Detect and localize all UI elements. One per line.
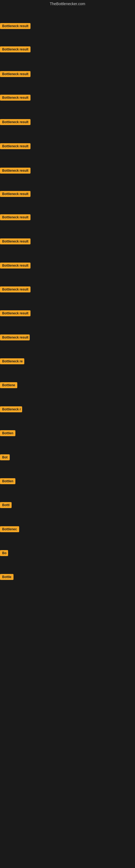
bottleneck-item-22: Bottlenec [0, 526, 19, 533]
bottleneck-badge-16[interactable]: Bottlene [0, 382, 17, 388]
bottleneck-item-1: Bottleneck result [0, 23, 31, 30]
bottleneck-badge-7[interactable]: Bottleneck result [0, 167, 31, 174]
bottleneck-badge-15[interactable]: Bottleneck re [0, 358, 24, 364]
bottleneck-item-11: Bottleneck result [0, 262, 31, 270]
bottleneck-item-20: Bottlen [0, 478, 15, 485]
bottleneck-item-24: Bottle [0, 574, 13, 581]
bottleneck-item-17: Bottleneck r [0, 406, 22, 413]
bottleneck-item-14: Bottleneck result [0, 335, 30, 341]
bottleneck-badge-5[interactable]: Bottleneck result [0, 119, 31, 125]
bottleneck-item-13: Bottleneck result [0, 310, 31, 317]
bottleneck-item-19: Bot [0, 454, 10, 461]
bottleneck-badge-3[interactable]: Bottleneck result [0, 71, 31, 77]
bottleneck-badge-17[interactable]: Bottleneck r [0, 406, 22, 412]
bottleneck-item-9: Bottleneck result [0, 214, 31, 221]
bottleneck-badge-24[interactable]: Bottle [0, 574, 13, 580]
bottleneck-badge-2[interactable]: Bottleneck result [0, 46, 31, 52]
bottleneck-badge-18[interactable]: Bottlen [0, 430, 15, 436]
bottleneck-badge-1[interactable]: Bottleneck result [0, 23, 31, 29]
bottleneck-item-7: Bottleneck result [0, 167, 31, 175]
bottleneck-item-18: Bottlen [0, 430, 15, 437]
bottleneck-item-5: Bottleneck result [0, 119, 31, 126]
bottleneck-item-3: Bottleneck result [0, 71, 31, 78]
bottleneck-badge-19[interactable]: Bot [0, 454, 10, 460]
bottleneck-item-23: Bo [0, 550, 8, 557]
bottleneck-badge-9[interactable]: Bottleneck result [0, 214, 31, 220]
bottleneck-badge-21[interactable]: Bottl [0, 502, 12, 508]
bottleneck-badge-20[interactable]: Bottlen [0, 478, 15, 484]
bottleneck-item-4: Bottleneck result [0, 95, 31, 102]
bottleneck-badge-13[interactable]: Bottleneck result [0, 310, 31, 316]
bottleneck-badge-8[interactable]: Bottleneck result [0, 191, 31, 197]
bottleneck-item-6: Bottleneck result [0, 143, 31, 150]
bottleneck-badge-12[interactable]: Bottleneck result [0, 286, 31, 292]
bottleneck-badge-23[interactable]: Bo [0, 550, 8, 556]
site-title: TheBottlenecker.com [0, 0, 135, 8]
bottleneck-badge-14[interactable]: Bottleneck result [0, 335, 30, 340]
bottleneck-badge-22[interactable]: Bottlenec [0, 526, 19, 532]
bottleneck-item-10: Bottleneck result [0, 239, 31, 246]
bottleneck-item-8: Bottleneck result [0, 191, 31, 198]
bottleneck-badge-11[interactable]: Bottleneck result [0, 262, 31, 269]
bottleneck-badge-6[interactable]: Bottleneck result [0, 143, 31, 149]
bottleneck-badge-10[interactable]: Bottleneck result [0, 239, 31, 244]
bottleneck-item-2: Bottleneck result [0, 46, 31, 54]
bottleneck-item-15: Bottleneck re [0, 358, 24, 365]
bottleneck-badge-4[interactable]: Bottleneck result [0, 95, 31, 101]
bottleneck-item-16: Bottlene [0, 382, 17, 389]
bottleneck-item-12: Bottleneck result [0, 286, 31, 293]
bottleneck-item-21: Bottl [0, 502, 12, 509]
